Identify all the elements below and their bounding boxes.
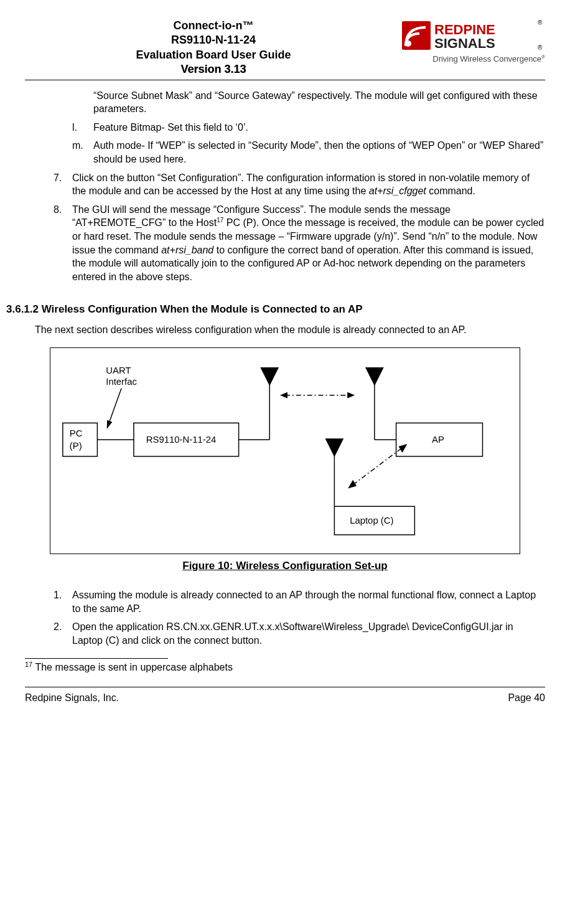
module-label: RS9110-N-11-24 (146, 435, 216, 445)
section-heading: 3.6.1.2 Wireless Configuration When the … (6, 303, 545, 317)
svg-marker-14 (280, 392, 287, 398)
header-title-block: Connect-io-n™ RS9110-N-11-24 Evaluation … (25, 19, 402, 77)
page-header: Connect-io-n™ RS9110-N-11-24 Evaluation … (25, 19, 545, 80)
alpha-marker: l. (72, 121, 93, 134)
svg-point-1 (405, 40, 411, 47)
text-fragment: command. (426, 186, 475, 196)
page-footer: Redpine Signals, Inc. Page 40 (25, 687, 545, 705)
svg-marker-23 (348, 480, 357, 489)
num-item-7: 7. Click on the button “Set Configuratio… (54, 171, 545, 198)
redpine-logo-icon: REDPINE SIGNALS ® ® (402, 19, 545, 54)
pc-label-1: PC (70, 428, 83, 438)
command-text: at+rsi_cfgget (369, 186, 426, 196)
svg-marker-15 (347, 392, 355, 398)
svg-marker-21 (325, 438, 343, 457)
alpha-body: Auth mode- If “WEP” is selected in “Secu… (93, 139, 545, 166)
alpha-item-m: m. Auth mode- If “WEP” is selected in “S… (72, 139, 545, 166)
footnote-text: The message is sent in uppercase alphabe… (32, 662, 233, 673)
command-text: at+rsi_band (161, 245, 213, 255)
svg-text:®: ® (538, 19, 543, 26)
svg-marker-17 (365, 367, 384, 386)
steps-list: 1. Assuming the module is already connec… (54, 588, 545, 647)
footer-page: Page 40 (508, 691, 545, 705)
step-2: 2. Open the application RS.CN.xx.GENR.UT… (54, 620, 545, 647)
ap-label: AP (432, 435, 444, 445)
alpha-body: Feature Bitmap- Set this field to ‘0’. (93, 121, 545, 134)
logo-tagline: Driving Wireless Convergence® (402, 55, 545, 63)
uart-label-line1: UART (106, 365, 131, 375)
tagline-reg: ® (541, 54, 545, 60)
laptop-label: Laptop (C) (350, 516, 393, 526)
footnote-17: 17 The message is sent in uppercase alph… (25, 660, 545, 674)
num-item-8: 8. The GUI will send the message “Config… (54, 203, 545, 284)
svg-text:®: ® (538, 44, 543, 51)
step-marker: 1. (54, 588, 72, 615)
footer-company: Redpine Signals, Inc. (25, 691, 119, 705)
figure-caption: Figure 10: Wireless Configuration Set-up (25, 559, 545, 573)
svg-line-6 (107, 389, 121, 428)
header-line1: Connect-io-n™ (25, 19, 402, 33)
footnote-rule (25, 658, 168, 659)
step-marker: 2. (54, 620, 72, 647)
tagline-text: Driving Wireless Convergence (432, 54, 541, 64)
step-body: Open the application RS.CN.xx.GENR.UT.x.… (72, 620, 545, 647)
svg-line-22 (353, 448, 402, 485)
footnote-number: 17 (25, 661, 32, 668)
alpha-item-l: l. Feature Bitmap- Set this field to ‘0’… (72, 121, 545, 134)
footnote-ref: 17 (217, 217, 223, 224)
pc-label-2: (P) (70, 441, 82, 451)
svg-text:SIGNALS: SIGNALS (434, 35, 495, 51)
step-1: 1. Assuming the module is already connec… (54, 588, 545, 615)
num-marker: 8. (54, 203, 72, 284)
logo-block: REDPINE SIGNALS ® ® Driving Wireless Con… (402, 19, 545, 63)
alpha-list: l. Feature Bitmap- Set this field to ‘0’… (72, 121, 545, 166)
header-version: Version 3.13 (25, 62, 402, 77)
header-line2: RS9110-N-11-24 (25, 33, 402, 47)
header-line3: Evaluation Board User Guide (25, 48, 402, 62)
num-body-7: Click on the button “Set Configuration”.… (72, 171, 545, 198)
numbered-list: 7. Click on the button “Set Configuratio… (54, 171, 545, 284)
uart-label-line2: Interfac (106, 377, 137, 387)
num-marker: 7. (54, 171, 72, 198)
continuation-text: “Source Subnet Mask” and “Source Gateway… (93, 89, 545, 116)
svg-marker-12 (260, 367, 279, 386)
diagram-svg: UART Interfac PC (P) RS9110-N-11-24 (50, 348, 520, 554)
step-body: Assuming the module is already connected… (72, 588, 545, 615)
alpha-marker: m. (72, 139, 93, 166)
num-body-8: The GUI will send the message “Configure… (72, 203, 545, 284)
figure-10-diagram: UART Interfac PC (P) RS9110-N-11-24 (50, 347, 520, 554)
section-intro: The next section describes wireless conf… (35, 323, 545, 337)
